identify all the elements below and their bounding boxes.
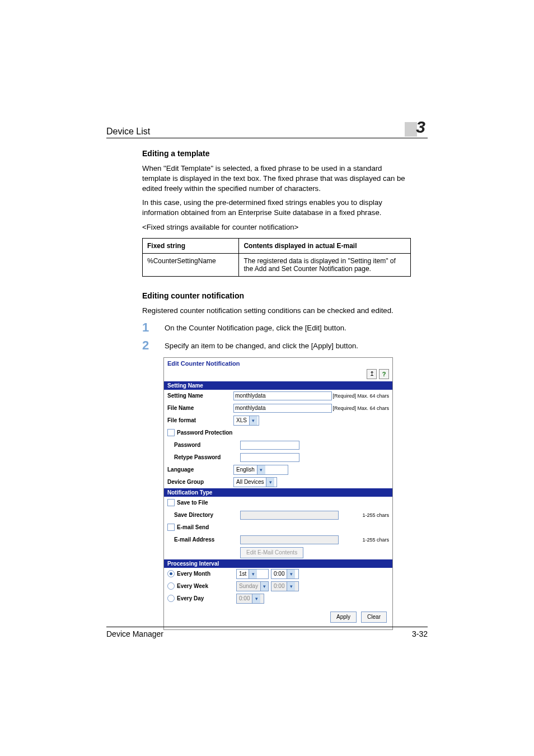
every-day-time-select[interactable]: 0:00▾ <box>236 594 264 604</box>
footer-product: Device Manager <box>106 629 163 638</box>
step-number-2: 2 <box>142 339 165 352</box>
label-every-week: Every Week <box>177 583 236 589</box>
password-input[interactable] <box>240 441 299 450</box>
email-send-checkbox[interactable] <box>167 524 175 531</box>
chevron-down-icon: ▾ <box>287 582 295 591</box>
label-save-to-file: Save to File <box>177 500 208 506</box>
step-1-text: On the Counter Notification page, click … <box>165 321 346 334</box>
every-day-radio[interactable] <box>167 595 175 602</box>
help-icon[interactable]: ? <box>379 369 389 379</box>
section-notification-type: Notification Type <box>164 488 392 497</box>
label-setting-name: Setting Name <box>167 393 233 399</box>
label-file-name: File Name <box>167 405 233 411</box>
every-week-radio[interactable] <box>167 582 175 590</box>
chevron-down-icon: ▾ <box>249 416 257 425</box>
password-protection-checkbox[interactable] <box>167 429 175 436</box>
step-2-text: Specify an item to be changed, and click… <box>165 339 358 352</box>
label-retype-password: Retype Password <box>167 454 240 460</box>
running-title: Device List <box>106 127 150 137</box>
td-fixed-string: %CounterSettingName <box>143 253 239 276</box>
note-save-directory: 1-255 chars <box>362 512 389 518</box>
td-contents: The registered data is displayed in "Set… <box>239 253 411 276</box>
every-month-day-select[interactable]: 1st▾ <box>236 569 269 579</box>
chevron-down-icon: ▾ <box>252 594 260 603</box>
save-directory-input[interactable] <box>240 511 339 520</box>
note-file-name: [Required] Max. 64 chars <box>332 405 389 411</box>
chevron-down-icon: ▾ <box>287 570 295 578</box>
edit-email-contents-button[interactable]: Edit E-Mail Contents <box>240 547 303 558</box>
fixed-strings-table: Fixed string Contents displayed in actua… <box>142 238 411 277</box>
th-contents: Contents displayed in actual E-mail <box>239 238 411 253</box>
every-week-time-select[interactable]: 0:00▾ <box>271 581 299 591</box>
back-icon[interactable]: ↥ <box>367 369 377 379</box>
label-save-directory: Save Directory <box>167 512 240 518</box>
note-setting-name: [Required] Max. 64 chars <box>332 393 389 399</box>
file-name-input[interactable] <box>233 404 332 413</box>
language-select[interactable]: English▾ <box>233 465 288 475</box>
section-processing-interval: Processing Interval <box>164 559 392 568</box>
app-title: Edit Counter Notification <box>164 358 392 369</box>
apply-button[interactable]: Apply <box>330 612 357 623</box>
para: <Fixed strings available for counter not… <box>142 222 411 232</box>
label-language: Language <box>167 466 233 473</box>
label-email-send: E-mail Send <box>177 524 209 530</box>
setting-name-input[interactable] <box>233 391 332 400</box>
section-setting-name: Setting Name <box>164 381 392 390</box>
chevron-down-icon: ▾ <box>266 478 274 487</box>
save-to-file-checkbox[interactable] <box>167 499 175 506</box>
chapter-badge: 3 <box>405 118 428 137</box>
para: When "Edit Template" is selected, a fixe… <box>142 164 411 193</box>
chapter-number: 3 <box>414 118 428 137</box>
chevron-down-icon: ▾ <box>249 570 257 578</box>
label-file-format: File format <box>167 417 233 423</box>
label-every-month: Every Month <box>177 571 236 577</box>
chevron-down-icon: ▾ <box>260 582 268 591</box>
every-month-radio[interactable] <box>167 570 175 577</box>
note-email-address: 1-255 chars <box>362 537 389 543</box>
para: Registered counter notification setting … <box>142 306 411 316</box>
device-group-select[interactable]: All Devices▾ <box>233 477 277 487</box>
every-week-day-select[interactable]: Sunday▾ <box>236 581 269 591</box>
heading-editing-template: Editing a template <box>142 149 411 158</box>
chevron-down-icon: ▾ <box>257 465 265 474</box>
file-format-select[interactable]: XLS▾ <box>233 416 259 426</box>
label-password: Password <box>167 442 240 448</box>
email-address-input[interactable] <box>240 535 339 544</box>
footer-page: 3-32 <box>412 629 428 638</box>
retype-password-input[interactable] <box>240 453 299 462</box>
label-password-protection: Password Protection <box>177 430 232 436</box>
para: In this case, using the pre-determined f… <box>142 198 411 218</box>
label-email-address: E-mail Address <box>167 536 240 543</box>
edit-counter-notification-screenshot: Edit Counter Notification ↥ ? Setting Na… <box>163 357 393 630</box>
every-month-time-select[interactable]: 0:00▾ <box>271 569 299 579</box>
label-device-group: Device Group <box>167 479 233 485</box>
step-number-1: 1 <box>142 321 165 334</box>
th-fixed-string: Fixed string <box>143 238 239 253</box>
clear-button[interactable]: Clear <box>361 612 387 623</box>
label-every-day: Every Day <box>177 595 236 601</box>
heading-editing-counter-notification: Editing counter notification <box>142 291 411 300</box>
